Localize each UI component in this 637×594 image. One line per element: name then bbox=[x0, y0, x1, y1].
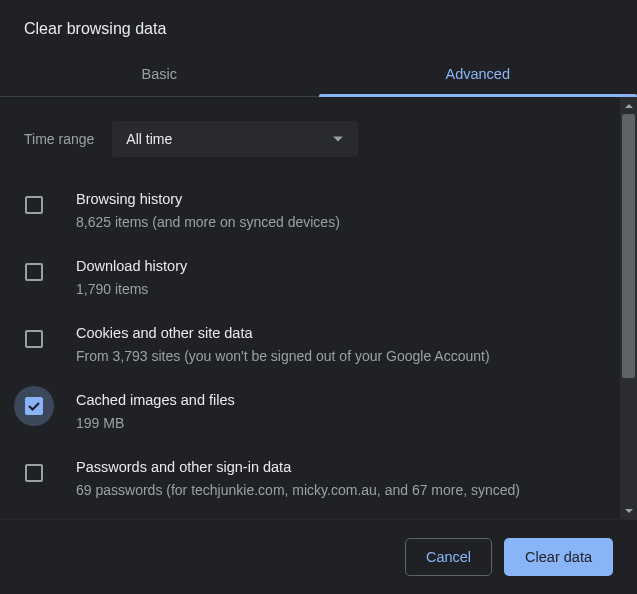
tab-advanced[interactable]: Advanced bbox=[319, 56, 638, 96]
clear-data-button[interactable]: Clear data bbox=[504, 538, 613, 576]
option-subtitle: 1,790 items bbox=[76, 280, 593, 299]
option-title: Browsing history bbox=[76, 189, 593, 209]
option-subtitle: 199 MB bbox=[76, 414, 593, 433]
option-title: Cookies and other site data bbox=[76, 323, 593, 343]
checkbox-browsing-history[interactable] bbox=[25, 196, 43, 214]
checkbox-download-history[interactable] bbox=[25, 263, 43, 281]
scrollbar[interactable] bbox=[620, 97, 637, 519]
option-subtitle: From 3,793 sites (you won't be signed ou… bbox=[76, 347, 593, 366]
checkbox-wrap bbox=[14, 386, 54, 426]
option-title: Cached images and files bbox=[76, 390, 593, 410]
checkbox-cached-images[interactable] bbox=[25, 397, 43, 415]
option-autofill[interactable]: Autofill form data bbox=[24, 512, 593, 519]
dialog-footer: Cancel Clear data bbox=[0, 519, 637, 594]
options-scroll-area: Time range All time Browsi bbox=[0, 97, 637, 519]
checkbox-cookies[interactable] bbox=[25, 330, 43, 348]
option-title: Download history bbox=[76, 256, 593, 276]
checkbox-wrap bbox=[14, 252, 54, 292]
scroll-down-icon[interactable] bbox=[620, 502, 637, 519]
time-range-label: Time range bbox=[24, 131, 94, 147]
dropdown-caret-icon bbox=[332, 133, 344, 145]
checkbox-passwords[interactable] bbox=[25, 464, 43, 482]
checkbox-wrap bbox=[14, 319, 54, 359]
option-subtitle: 8,625 items (and more on synced devices) bbox=[76, 213, 593, 232]
option-title: Passwords and other sign-in data bbox=[76, 457, 593, 477]
dialog-title: Clear browsing data bbox=[0, 0, 637, 56]
scroll-up-icon[interactable] bbox=[620, 97, 637, 114]
scrollbar-thumb[interactable] bbox=[622, 114, 635, 378]
checkbox-wrap bbox=[14, 453, 54, 493]
tab-basic[interactable]: Basic bbox=[0, 56, 319, 96]
time-range-value: All time bbox=[126, 131, 172, 147]
tab-bar: Basic Advanced bbox=[0, 56, 637, 97]
option-subtitle: 69 passwords (for techjunkie.com, micky.… bbox=[76, 481, 593, 500]
option-cached-images[interactable]: Cached images and files 199 MB bbox=[24, 378, 593, 445]
option-cookies[interactable]: Cookies and other site data From 3,793 s… bbox=[24, 311, 593, 378]
checkbox-wrap bbox=[14, 185, 54, 225]
option-browsing-history[interactable]: Browsing history 8,625 items (and more o… bbox=[24, 177, 593, 244]
scrollbar-track[interactable] bbox=[620, 114, 637, 502]
clear-browsing-data-dialog: Clear browsing data Basic Advanced Time … bbox=[0, 0, 637, 594]
option-download-history[interactable]: Download history 1,790 items bbox=[24, 244, 593, 311]
time-range-select[interactable]: All time bbox=[112, 121, 358, 157]
time-range-row: Time range All time bbox=[24, 97, 593, 169]
options-list: Browsing history 8,625 items (and more o… bbox=[24, 177, 593, 519]
option-passwords[interactable]: Passwords and other sign-in data 69 pass… bbox=[24, 445, 593, 512]
cancel-button[interactable]: Cancel bbox=[405, 538, 492, 576]
